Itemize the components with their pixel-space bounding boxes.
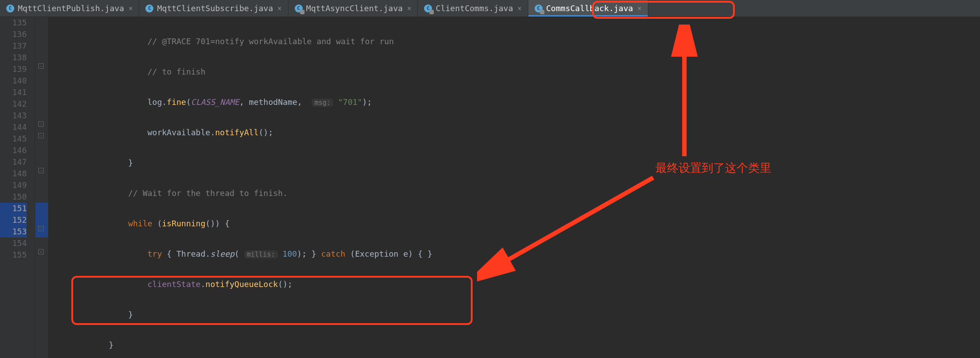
java-class-icon: C bbox=[295, 4, 303, 12]
tab-label: MqttAsyncClient.java bbox=[306, 4, 403, 13]
line-number: 155 bbox=[0, 249, 27, 261]
code-line: // to finish bbox=[48, 66, 980, 78]
line-number: 154 bbox=[0, 237, 27, 249]
code-line: } bbox=[48, 339, 980, 351]
line-number: 153 bbox=[0, 226, 27, 237]
line-number: 147 bbox=[0, 156, 27, 168]
code-line: // @TRACE 701=notify workAvailable and w… bbox=[48, 36, 980, 47]
line-number: 142 bbox=[0, 98, 27, 110]
tab-clientcomms[interactable]: C ClientComms.java × bbox=[418, 0, 528, 17]
line-number: 144 bbox=[0, 121, 27, 133]
line-number: 143 bbox=[0, 110, 27, 121]
fold-icon[interactable]: + bbox=[38, 249, 44, 254]
line-number: 146 bbox=[0, 145, 27, 156]
code-area[interactable]: // @TRACE 701=notify workAvailable and w… bbox=[48, 17, 980, 358]
fold-icon[interactable]: − bbox=[38, 226, 44, 231]
line-number: 140 bbox=[0, 75, 27, 87]
line-number: 145 bbox=[0, 133, 27, 145]
line-number: 150 bbox=[0, 191, 27, 203]
close-icon[interactable]: × bbox=[518, 4, 522, 12]
tab-label: ClientComms.java bbox=[436, 4, 513, 13]
tab-label: MqttClientPublish.java bbox=[18, 4, 124, 13]
close-icon[interactable]: × bbox=[278, 4, 282, 12]
code-line: } bbox=[48, 157, 980, 169]
fold-icon[interactable]: − bbox=[38, 121, 44, 127]
tab-mqttclientpublish[interactable]: C MqttClientPublish.java × bbox=[0, 0, 139, 17]
close-icon[interactable]: × bbox=[638, 4, 642, 12]
code-editor[interactable]: 135 136 137 138 139 140 141 142 143 144 … bbox=[0, 17, 980, 358]
line-number: 141 bbox=[0, 87, 27, 98]
code-line: while (isRunning()) { bbox=[48, 218, 980, 229]
code-line: // Wait for the thread to finish. bbox=[48, 187, 980, 199]
code-line: log.fine(CLASS_NAME, methodName, msg: "7… bbox=[48, 96, 980, 108]
editor-tab-bar: C MqttClientPublish.java × C MqttClientS… bbox=[0, 0, 980, 17]
lock-icon bbox=[429, 10, 434, 14]
code-line: clientState.notifyQueueLock(); bbox=[48, 279, 980, 290]
fold-icon[interactable]: − bbox=[38, 133, 44, 138]
fold-column: − − − − − + bbox=[35, 17, 48, 358]
line-number: 136 bbox=[0, 29, 27, 40]
line-number: 148 bbox=[0, 168, 27, 179]
line-number-gutter: 135 136 137 138 139 140 141 142 143 144 … bbox=[0, 17, 35, 358]
lock-icon bbox=[540, 10, 544, 14]
tab-commscallback[interactable]: C CommsCallback.java × bbox=[528, 0, 648, 17]
line-number: 152 bbox=[0, 214, 27, 226]
java-class-icon: C bbox=[424, 4, 432, 12]
tab-mqttasyncclient[interactable]: C MqttAsyncClient.java × bbox=[288, 0, 418, 17]
close-icon[interactable]: × bbox=[407, 4, 411, 12]
line-number: 149 bbox=[0, 179, 27, 191]
fold-icon[interactable]: − bbox=[38, 168, 44, 173]
line-number: 151 bbox=[0, 203, 27, 214]
code-line: workAvailable.notifyAll(); bbox=[48, 127, 980, 138]
tab-label: MqttClientSubscribe.java bbox=[157, 4, 273, 13]
code-line: } bbox=[48, 309, 980, 321]
java-class-icon: C bbox=[535, 4, 543, 12]
line-number: 139 bbox=[0, 63, 27, 75]
line-number: 135 bbox=[0, 17, 27, 29]
tab-mqttclientsubscribe[interactable]: C MqttClientSubscribe.java × bbox=[139, 0, 288, 17]
line-number: 137 bbox=[0, 40, 27, 52]
lock-icon bbox=[300, 10, 305, 14]
line-number: 138 bbox=[0, 52, 27, 63]
tab-label: CommsCallback.java bbox=[546, 4, 633, 13]
java-class-icon: C bbox=[145, 4, 153, 12]
close-icon[interactable]: × bbox=[128, 4, 132, 12]
code-line: try { Thread.sleep( millis: 100); } catc… bbox=[48, 248, 980, 260]
annotation-text: 最终设置到了这个类里 bbox=[655, 160, 771, 176]
fold-icon[interactable]: − bbox=[38, 63, 44, 69]
java-class-icon: C bbox=[6, 4, 14, 12]
